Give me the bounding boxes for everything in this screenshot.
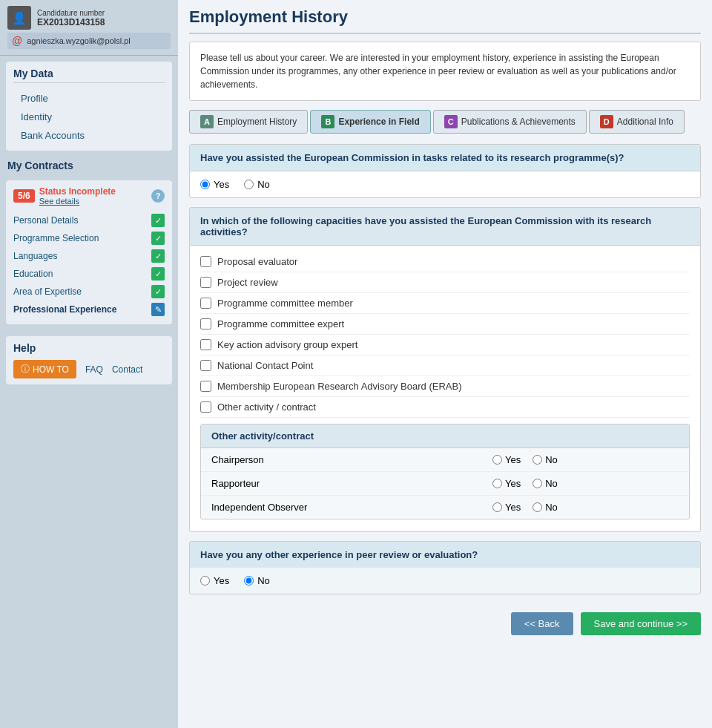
capacity-proposal-evaluator-label: Proposal evaluator xyxy=(217,256,297,267)
faq-link[interactable]: FAQ xyxy=(85,364,103,375)
chairperson-no-radio[interactable] xyxy=(533,455,542,465)
peer-review-yes-radio[interactable] xyxy=(200,576,210,586)
candidature-number-label: Candidature number xyxy=(37,9,105,17)
tab-a-letter: A xyxy=(200,115,214,128)
rapporteur-yes-label[interactable]: Yes xyxy=(492,478,521,489)
capacity-project-review-checkbox[interactable] xyxy=(200,277,211,288)
contact-link[interactable]: Contact xyxy=(112,364,142,375)
question1-yes-radio[interactable] xyxy=(200,180,210,189)
capacity-national-contact-point: National Contact Point xyxy=(200,355,690,376)
tab-publications-label: Publications & Achievements xyxy=(461,117,576,127)
other-activity-title: Other activity/contract xyxy=(201,424,689,448)
tab-additional-info-label: Additional Info xyxy=(617,117,673,127)
tab-employment-history-label: Employment History xyxy=(217,117,297,127)
other-activity-row-independent-observer: Independent Observer Yes No xyxy=(201,496,689,519)
personal-details-check-icon: ✓ xyxy=(151,214,165,227)
checklist-education[interactable]: Education ✓ xyxy=(13,265,165,283)
other-activity-table: Chairperson Yes No xyxy=(201,448,689,519)
chairperson-yes-text: Yes xyxy=(505,454,521,465)
checklist-personal-details[interactable]: Personal Details ✓ xyxy=(13,211,165,229)
tab-d-letter: D xyxy=(600,115,613,128)
peer-review-no-radio[interactable] xyxy=(244,576,254,586)
peer-review-no-label[interactable]: No xyxy=(244,575,270,586)
main-content: Employment History Please tell us about … xyxy=(178,0,712,728)
tab-publications[interactable]: C Publications & Achievements xyxy=(433,110,587,134)
sidebar-item-bank-accounts[interactable]: Bank Accounts xyxy=(13,126,165,145)
howto-button[interactable]: ⓘ HOW TO xyxy=(13,360,76,378)
intro-text: Please tell us about your career. We are… xyxy=(189,42,701,101)
capacity-project-review-label: Project review xyxy=(217,277,278,288)
sidebar: 👤 Candidature number EX2013D143158 @ agn… xyxy=(0,0,178,728)
sidebar-item-profile[interactable]: Profile xyxy=(13,89,165,108)
page-header: Employment History xyxy=(189,7,701,34)
rapporteur-no-radio[interactable] xyxy=(533,479,542,488)
capacity-programme-committee-member-checkbox[interactable] xyxy=(200,298,211,309)
peer-review-no-text: No xyxy=(257,575,270,586)
capacity-key-action-advisory: Key action advisory group expert xyxy=(200,335,690,355)
email-icon: @ xyxy=(12,35,22,47)
rapporteur-no-label[interactable]: No xyxy=(533,478,558,489)
capacity-proposal-evaluator: Proposal evaluator xyxy=(200,252,690,272)
languages-check-icon: ✓ xyxy=(151,249,165,263)
capacity-programme-committee-expert: Programme committee expert xyxy=(200,314,690,335)
independent-observer-no-label[interactable]: No xyxy=(533,502,558,513)
bottom-bar: << Back Save and continue >> xyxy=(189,603,701,638)
capacities-header: In which of the following capacities hav… xyxy=(190,208,700,246)
capacity-other-activity: Other activity / contract xyxy=(200,397,690,418)
peer-review-radio-group: Yes No xyxy=(190,568,700,594)
independent-observer-yes-label[interactable]: Yes xyxy=(492,502,521,513)
status-badge: 5/6 xyxy=(13,189,35,203)
tab-employment-history[interactable]: A Employment History xyxy=(189,110,308,134)
checklist-area-of-expertise[interactable]: Area of Expertise ✓ xyxy=(13,283,165,301)
question1-no-label[interactable]: No xyxy=(244,179,270,190)
capacity-other-activity-checkbox[interactable] xyxy=(200,401,211,413)
capacity-national-contact-point-checkbox[interactable] xyxy=(200,360,211,371)
chairperson-yes-radio[interactable] xyxy=(492,455,502,465)
sidebar-item-identity[interactable]: Identity xyxy=(13,108,165,126)
checklist-programme-selection-label: Programme Selection xyxy=(13,233,99,243)
back-button[interactable]: << Back xyxy=(511,612,573,635)
capacity-membership-erab-checkbox[interactable] xyxy=(200,381,211,392)
my-contracts-title: My Contracts xyxy=(7,160,171,171)
capacity-membership-erab-label: Membership European Research Advisory Bo… xyxy=(217,381,461,392)
question1-yes-label[interactable]: Yes xyxy=(200,179,229,190)
help-section: Help ⓘ HOW TO FAQ Contact xyxy=(6,336,172,384)
independent-observer-label: Independent Observer xyxy=(201,496,482,519)
capacity-key-action-advisory-checkbox[interactable] xyxy=(200,339,211,350)
tab-c-letter: C xyxy=(444,115,458,128)
peer-review-header: Have you any other experience in peer re… xyxy=(190,542,700,568)
checklist-professional-experience[interactable]: Professional Experience ✎ xyxy=(13,301,165,318)
capacity-key-action-advisory-label: Key action advisory group expert xyxy=(217,339,357,350)
peer-review-yes-label[interactable]: Yes xyxy=(200,575,229,586)
status-details-link[interactable]: See details xyxy=(39,197,116,206)
professional-experience-edit-icon: ✎ xyxy=(151,303,165,316)
chairperson-yes-label[interactable]: Yes xyxy=(492,454,521,465)
question1-radio-group: Yes No xyxy=(190,171,700,197)
capacity-programme-committee-expert-checkbox[interactable] xyxy=(200,318,211,329)
independent-observer-yes-radio[interactable] xyxy=(492,502,502,512)
chairperson-no-label[interactable]: No xyxy=(533,454,558,465)
chairperson-no-text: No xyxy=(545,454,558,465)
checklist-languages-label: Languages xyxy=(13,251,57,261)
other-activity-section: Other activity/contract Chairperson Yes xyxy=(200,424,690,519)
tab-additional-info[interactable]: D Additional Info xyxy=(589,110,685,134)
tab-b-letter: B xyxy=(321,115,334,128)
independent-observer-no-radio[interactable] xyxy=(533,502,542,512)
checklist-languages[interactable]: Languages ✓ xyxy=(13,247,165,265)
status-box: 5/6 Status Incomplete See details ? Pers… xyxy=(6,180,172,324)
question1-no-text: No xyxy=(257,179,270,190)
peer-review-section: Have you any other experience in peer re… xyxy=(189,541,701,594)
rapporteur-yes-radio[interactable] xyxy=(492,479,502,488)
save-continue-button[interactable]: Save and continue >> xyxy=(581,612,702,635)
user-info: 👤 Candidature number EX2013D143158 @ agn… xyxy=(0,0,178,56)
question1-no-radio[interactable] xyxy=(244,180,254,189)
capacity-proposal-evaluator-checkbox[interactable] xyxy=(200,256,211,267)
capacity-other-activity-label: Other activity / contract xyxy=(217,401,316,413)
checklist-programme-selection[interactable]: Programme Selection ✓ xyxy=(13,229,165,247)
status-help-icon[interactable]: ? xyxy=(151,189,165,203)
tab-experience-in-field[interactable]: B Experience in Field xyxy=(310,110,430,134)
user-email: agnieszka.wyzgolik@polsl.pl xyxy=(27,36,131,45)
checklist-professional-experience-label: Professional Experience xyxy=(13,304,116,315)
page-title: Employment History xyxy=(189,7,348,27)
checklist-education-label: Education xyxy=(13,269,53,279)
